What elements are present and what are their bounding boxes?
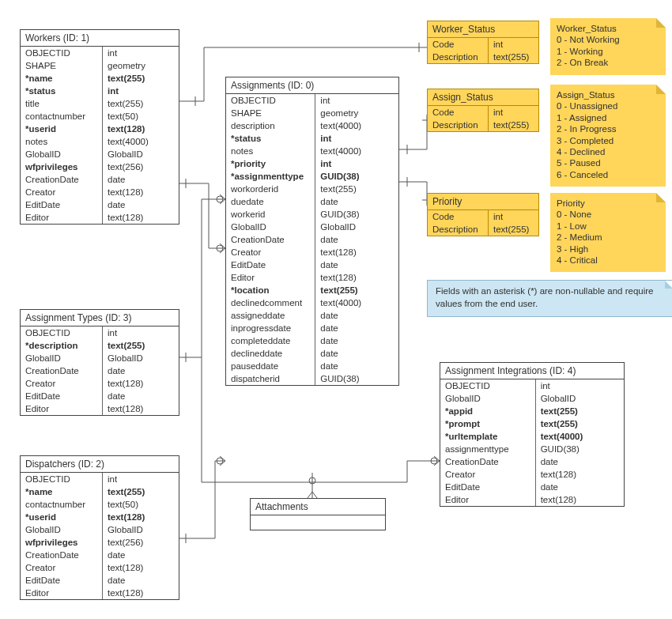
entity-dispatchers-title: Dispatchers (ID: 2) [21,456,179,473]
table-row: EditDatedate [21,390,179,402]
field-type: date [103,364,179,377]
entity-workers-rows: OBJECTIDintSHAPEgeometry*nametext(255)*s… [21,47,179,224]
field-type: date [536,481,624,493]
note-title: Worker_Status [557,23,659,34]
field-type: GUID(38) [315,208,398,221]
table-row: assignmenttypeGUID(38) [440,443,624,455]
field-name: EditDate [226,259,315,271]
table-row: *priorityint [226,157,398,170]
field-type: text(255) [489,119,538,131]
field-name: duedate [226,195,315,208]
table-row: declinedcommenttext(4000) [226,296,398,309]
entity-assignment-integrations-rows: OBJECTIDintGlobalIDGlobalID*appidtext(25… [440,379,624,506]
field-type: date [536,455,624,468]
field-name: *status [21,85,103,97]
table-row: SHAPEgeometry [226,107,398,119]
field-name: declinedcomment [226,296,315,309]
entity-workers: Workers (ID: 1) OBJECTIDintSHAPEgeometry… [20,29,179,225]
field-name: Creator [21,186,103,198]
field-type: GUID(38) [315,170,398,183]
table-row: *statusint [21,85,179,97]
field-name: declineddate [226,347,315,360]
table-row: wfprivilegestext(256) [21,160,179,173]
table-row: duedatedate [226,195,398,208]
field-type: date [103,198,179,211]
field-name: Editor [440,493,536,506]
field-name: OBJECTID [226,94,315,107]
table-row: *locationtext(255) [226,284,398,296]
field-type: int [489,210,538,223]
table-row: OBJECTIDint [226,94,398,107]
svg-point-7 [217,245,223,251]
field-name: workorderid [226,183,315,195]
entity-attachments-title: Attachments [251,499,385,515]
table-row: OBJECTIDint [21,326,179,339]
field-name: *name [21,72,103,85]
field-name: *status [226,132,315,145]
field-type: text(128) [103,186,179,198]
field-name: assignmenttype [440,443,536,455]
field-type: GUID(38) [536,443,624,455]
field-name: completeddate [226,334,315,347]
table-row: pauseddatedate [226,360,398,372]
field-name: wfprivileges [21,536,103,549]
field-name: GlobalID [21,148,103,160]
table-row: CreationDatedate [226,233,398,246]
table-row: Creatortext(128) [440,468,624,481]
entity-assignments-title: Assignments (ID: 0) [226,77,398,94]
field-type: GUID(38) [315,372,398,385]
field-name: Code [428,106,489,119]
field-type: text(4000) [315,119,398,132]
table-row: Codeint [428,210,538,223]
field-type: text(128) [103,561,179,574]
field-name: notes [226,145,315,157]
field-type: date [103,173,179,186]
note-worker-status: Worker_Status0 - Not Working1 - Working2… [550,18,666,75]
note-line: 0 - Unassigned [557,100,659,111]
field-name: Code [428,210,489,223]
note-line: 4 - Critical [557,255,659,266]
field-type: text(4000) [315,145,398,157]
field-type: text(128) [315,271,398,284]
field-type: text(256) [103,160,179,173]
field-name: contactnumber [21,498,103,511]
field-name: pauseddate [226,360,315,372]
table-row: GlobalIDGlobalID [21,352,179,364]
info-note: Fields with an asterisk (*) are non-null… [427,280,672,317]
field-name: title [21,97,103,110]
field-type: date [315,309,398,322]
field-name: CreationDate [21,549,103,561]
field-name: workerid [226,208,315,221]
table-row: *useridtext(128) [21,123,179,135]
table-row: EditDatedate [440,481,624,493]
entity-assignment-integrations-title: Assignment Integrations (ID: 4) [440,363,624,379]
field-name: wfprivileges [21,160,103,173]
field-name: Creator [21,561,103,574]
field-type: GlobalID [103,523,179,536]
field-type: text(255) [489,51,538,63]
field-type: date [315,360,398,372]
field-type: date [315,233,398,246]
field-type: int [315,157,398,170]
field-name: GlobalID [21,352,103,364]
field-type: int [315,94,398,107]
field-type: GlobalID [103,148,179,160]
field-name: CreationDate [21,173,103,186]
table-row: Descriptiontext(255) [428,119,538,131]
lookup-priority: Priority CodeintDescriptiontext(255) [427,193,539,236]
table-row: notestext(4000) [21,135,179,148]
table-row: wfprivilegestext(256) [21,536,179,549]
field-type: int [103,326,179,339]
lookup-priority-title: Priority [428,194,538,210]
table-row: EditDatedate [21,198,179,211]
lookup-assign-status-rows: CodeintDescriptiontext(255) [428,106,538,131]
table-row: OBJECTIDint [21,47,179,59]
field-name: *name [21,485,103,498]
field-name: CreationDate [226,233,315,246]
table-row: SHAPEgeometry [21,59,179,72]
field-name: *appid [440,405,536,417]
field-name: Creator [440,468,536,481]
field-type: text(128) [103,402,179,415]
field-name: GlobalID [21,523,103,536]
field-name: *description [21,339,103,352]
